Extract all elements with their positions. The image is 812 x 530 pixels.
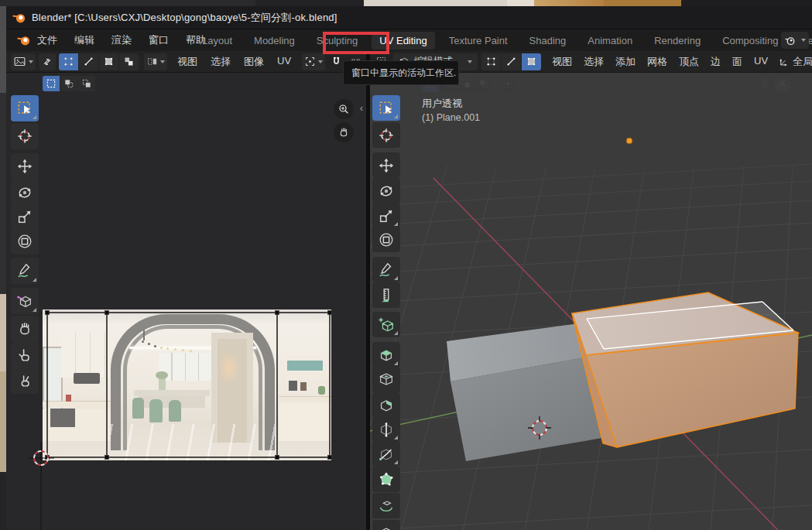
uv-tool-rip-region[interactable]: [11, 288, 39, 314]
vp-tool-knife[interactable]: [372, 441, 400, 467]
add-cube-icon: [378, 316, 395, 333]
uv-sync-selection-toggle[interactable]: [39, 53, 56, 70]
uv-pan-button[interactable]: [334, 122, 354, 142]
uv-select-face-button[interactable]: [99, 53, 118, 70]
scene-selector[interactable]: [781, 32, 809, 49]
uv-tool-rotate[interactable]: [11, 180, 39, 206]
tab-animation[interactable]: Animation: [580, 32, 640, 50]
uv-select-vertex-button[interactable]: [59, 53, 78, 70]
uv-canvas[interactable]: ‹: [6, 73, 366, 530]
select-vertex-button[interactable]: [481, 53, 501, 70]
vp-tool-measure[interactable]: [372, 282, 400, 308]
uv-tool-relax[interactable]: [11, 342, 39, 368]
uv-tool-annotate[interactable]: [11, 258, 39, 284]
tab-layout[interactable]: Layout: [194, 32, 240, 50]
vp-menu-view[interactable]: 视图: [552, 55, 572, 69]
uv-selection-mode-group: [59, 53, 139, 70]
uv-tool-cursor[interactable]: [11, 123, 39, 149]
vp-tool-poly-build[interactable]: [372, 467, 400, 492]
uv-menu-uv[interactable]: UV: [277, 55, 291, 69]
pan-hand-icon: [337, 126, 350, 138]
vp-tool-extrude[interactable]: [372, 342, 400, 368]
vp-menu-uv[interactable]: UV: [754, 55, 768, 69]
inset-faces-icon: [378, 371, 395, 388]
uv-2d-cursor: [28, 443, 54, 530]
uv-overlay: [6, 73, 366, 530]
menu-edit[interactable]: 编辑: [74, 33, 94, 47]
vp-tool-cursor[interactable]: [372, 122, 400, 148]
vp-tool-annotate[interactable]: [372, 257, 400, 282]
uv-tool-transform[interactable]: [11, 228, 39, 255]
zoom-in-icon: [337, 103, 350, 115]
magnet-icon: [331, 56, 342, 67]
workspace-tabs: Layout Modeling Sculpting UV Editing Tex…: [194, 29, 812, 51]
select-face-button[interactable]: [522, 53, 541, 70]
poly-build-icon: [378, 471, 395, 488]
scale-icon: [16, 208, 33, 225]
tab-compositing[interactable]: Compositing: [714, 32, 786, 50]
uv-select-edge-button[interactable]: [79, 53, 98, 70]
spin-icon: [378, 498, 395, 515]
vp-menu-face[interactable]: 面: [732, 55, 742, 69]
vp-menu-select[interactable]: 选择: [584, 55, 604, 69]
menu-render[interactable]: 渲染: [111, 33, 132, 47]
vp-tool-rotate[interactable]: [372, 178, 400, 203]
uv-tool-select-box[interactable]: [11, 95, 39, 121]
vp-tool-add-cube[interactable]: [372, 312, 400, 337]
tab-shading[interactable]: Shading: [522, 32, 574, 50]
vp-tool-spin[interactable]: [372, 493, 400, 518]
vp-tool-scale[interactable]: [372, 203, 400, 228]
uv-sidebar-collapse-arrow[interactable]: ‹: [360, 102, 363, 114]
vp-tool-bevel[interactable]: [372, 392, 400, 418]
editor-divider[interactable]: [366, 51, 370, 530]
rip-region-icon: [16, 292, 33, 309]
move-icon: [16, 158, 33, 175]
uv-tool-grab[interactable]: [11, 316, 39, 342]
vp-tool-select-box[interactable]: [372, 95, 400, 121]
vertex-mode-icon: [63, 56, 74, 67]
uv-tool-pinch[interactable]: [11, 368, 39, 394]
uv-sticky-selection-dropdown[interactable]: [144, 53, 167, 70]
chevron-down-icon: [29, 60, 33, 63]
object-origin-dot: [626, 138, 632, 144]
viewport-canvas[interactable]: X: [370, 73, 812, 530]
vp-tool-smooth[interactable]: [372, 520, 400, 530]
transform-orientation-dropdown[interactable]: 全局: [776, 53, 812, 70]
tab-rendering[interactable]: Rendering: [646, 32, 708, 50]
vertex-mode-icon: [485, 56, 497, 67]
uv-select-island-button[interactable]: [119, 53, 139, 70]
uv-menu-view[interactable]: 视图: [177, 55, 197, 69]
select-edge-button[interactable]: [502, 53, 521, 70]
vp-menu-mesh[interactable]: 网格: [647, 55, 667, 69]
uv-snap-toggle[interactable]: [328, 53, 344, 70]
vp-menu-add[interactable]: 添加: [615, 55, 636, 69]
workspace-tooltip: 窗口中显示的活动工作区.: [343, 60, 459, 85]
extrude-region-icon: [378, 347, 395, 364]
vp-tool-inset[interactable]: [372, 367, 400, 392]
rotate-icon: [16, 184, 33, 201]
uv-pivot-dropdown[interactable]: [302, 53, 325, 70]
knife-icon: [378, 446, 395, 463]
annotate-icon: [16, 262, 33, 279]
window-title: Blender* [C:\Users\CXJ\Desktop\gong\baoy…: [32, 11, 337, 25]
uv-tool-scale[interactable]: [11, 203, 39, 230]
uv-menu-select[interactable]: 选择: [211, 55, 231, 69]
menu-window[interactable]: 窗口: [149, 33, 169, 47]
viewport-scene: [370, 73, 812, 530]
uv-zoom-button[interactable]: [334, 99, 354, 119]
tab-modeling[interactable]: Modeling: [246, 32, 303, 50]
image-editor-icon: [13, 55, 26, 68]
menu-file[interactable]: 文件: [37, 33, 57, 47]
vp-tool-transform[interactable]: [372, 227, 400, 252]
title-bar: Blender* [C:\Users\CXJ\Desktop\gong\baoy…: [6, 6, 812, 29]
blender-menu-icon[interactable]: [17, 33, 31, 47]
uv-vertices: [46, 311, 332, 460]
uv-tool-move[interactable]: [11, 153, 39, 180]
uv-editor-type-dropdown[interactable]: [11, 53, 36, 70]
vp-menu-edge[interactable]: 边: [711, 55, 721, 69]
tab-texture-paint[interactable]: Texture Paint: [441, 32, 516, 50]
vp-tool-move[interactable]: [372, 152, 400, 178]
vp-tool-loop-cut[interactable]: [372, 416, 400, 442]
uv-menu-image[interactable]: 图像: [244, 55, 264, 69]
vp-menu-vertex[interactable]: 顶点: [679, 55, 699, 69]
